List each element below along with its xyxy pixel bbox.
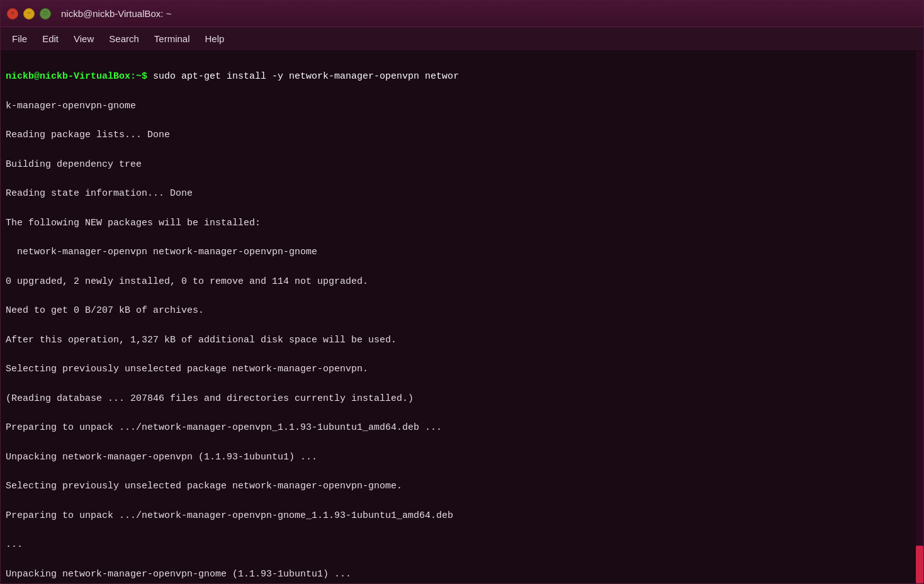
output-8: 0 upgraded, 2 newly installed, 0 to remo… (6, 276, 368, 287)
line-10: After this operation, 1,327 kB of additi… (6, 333, 918, 347)
output-5: Reading state information... Done (6, 188, 193, 199)
output-9: Need to get 0 B/207 kB of archives. (6, 305, 204, 316)
menubar: File Edit View Search Terminal Help (1, 27, 923, 51)
output-4: Building dependency tree (6, 159, 142, 170)
line-13: Preparing to unpack .../network-manager-… (6, 420, 918, 435)
line-6: The following NEW packages will be insta… (6, 216, 918, 230)
output-15: Selecting previously unselected package … (6, 481, 402, 491)
scrollbar-thumb[interactable] (916, 546, 923, 583)
scrollbar-track[interactable] (916, 51, 923, 583)
line-1: nickb@nickb-VirtualBox:~$ sudo apt-get i… (6, 69, 918, 84)
output-14: Unpacking network-manager-openvpn (1.1.9… (6, 452, 317, 463)
line-14: Unpacking network-manager-openvpn (1.1.9… (6, 450, 918, 464)
minimize-icon: − (27, 10, 31, 17)
line-8: 0 upgraded, 2 newly installed, 0 to remo… (6, 274, 918, 289)
menu-view[interactable]: View (67, 31, 100, 47)
output-11: Selecting previously unselected package … (6, 364, 368, 374)
output-13: Preparing to unpack .../network-manager-… (6, 422, 442, 433)
menu-terminal[interactable]: Terminal (148, 31, 196, 47)
line-18: Unpacking network-manager-openvpn-gnome … (6, 567, 918, 581)
output-18: Unpacking network-manager-openvpn-gnome … (6, 569, 351, 580)
output-17: ... (6, 539, 23, 550)
line-2: k-manager-openvpn-gnome (6, 99, 918, 113)
line-12: (Reading database ... 207846 files and d… (6, 391, 918, 406)
close-icon: × (11, 10, 14, 17)
maximize-button[interactable]: □ (40, 8, 51, 20)
output-3: Reading package lists... Done (6, 130, 170, 140)
menu-search[interactable]: Search (103, 31, 145, 47)
output-10: After this operation, 1,327 kB of additi… (6, 335, 397, 345)
maximize-icon: □ (43, 10, 47, 17)
line-9: Need to get 0 B/207 kB of archives. (6, 303, 918, 318)
line-16: Preparing to unpack .../network-manager-… (6, 508, 918, 523)
minimize-button[interactable]: − (23, 8, 35, 20)
line-5: Reading state information... Done (6, 186, 918, 201)
output-2: k-manager-openvpn-gnome (6, 101, 136, 111)
cmd-1: sudo apt-get install -y network-manager-… (147, 71, 459, 82)
output-12: (Reading database ... 207846 files and d… (6, 393, 414, 404)
terminal-output: nickb@nickb-VirtualBox:~$ sudo apt-get i… (6, 55, 918, 583)
output-16: Preparing to unpack .../network-manager-… (6, 510, 453, 521)
line-7: network-manager-openvpn network-manager-… (6, 245, 918, 259)
line-4: Building dependency tree (6, 157, 918, 172)
line-17: ... (6, 537, 918, 552)
menu-edit[interactable]: Edit (36, 31, 65, 47)
terminal-body[interactable]: nickb@nickb-VirtualBox:~$ sudo apt-get i… (1, 51, 923, 583)
line-15: Selecting previously unselected package … (6, 479, 918, 493)
line-11: Selecting previously unselected package … (6, 362, 918, 376)
close-button[interactable]: × (7, 8, 18, 20)
terminal-window: × − □ nickb@nickb-VirtualBox: ~ File Edi… (0, 0, 924, 584)
window-title: nickb@nickb-VirtualBox: ~ (61, 8, 171, 19)
prompt-1: nickb@nickb-VirtualBox:~$ (6, 71, 147, 82)
menu-file[interactable]: File (6, 31, 33, 47)
output-6: The following NEW packages will be insta… (6, 218, 261, 228)
output-7: network-manager-openvpn network-manager-… (6, 247, 317, 257)
line-3: Reading package lists... Done (6, 128, 918, 142)
menu-help[interactable]: Help (199, 31, 231, 47)
titlebar: × − □ nickb@nickb-VirtualBox: ~ (1, 1, 923, 27)
